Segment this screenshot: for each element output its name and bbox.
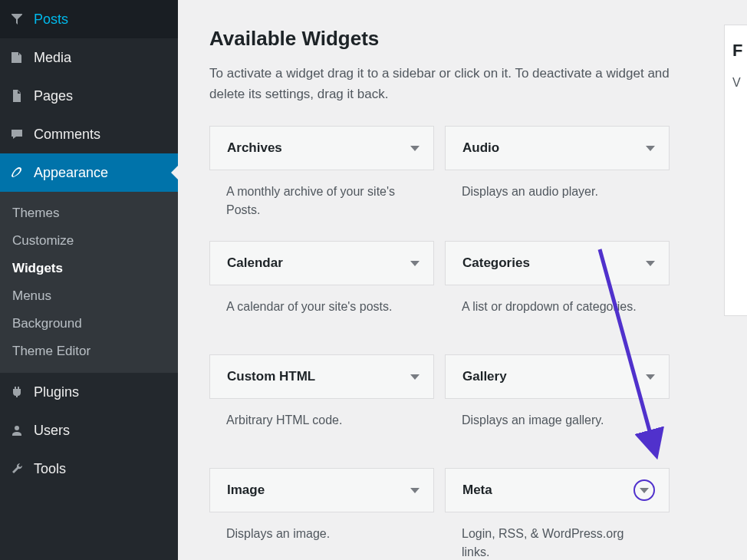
sidebar-item-label: Plugins bbox=[34, 384, 79, 400]
page-description: To activate a widget drag it to a sideba… bbox=[209, 63, 670, 104]
comments-icon bbox=[9, 127, 25, 142]
sidebar-item-users[interactable]: Users bbox=[0, 411, 178, 450]
sidebar-item-comments[interactable]: Comments bbox=[0, 115, 178, 153]
widget-custom-html[interactable]: Custom HTML bbox=[209, 354, 434, 399]
sidebar-item-media[interactable]: Media bbox=[0, 38, 178, 77]
widget-area-panel[interactable]: F V bbox=[724, 25, 747, 316]
chevron-down-icon bbox=[633, 479, 655, 501]
sidebar-item-tools[interactable]: Tools bbox=[0, 450, 178, 488]
chevron-down-icon bbox=[410, 146, 420, 151]
submenu-item-menus[interactable]: Menus bbox=[0, 282, 178, 310]
widget-description: Arbitrary HTML code. bbox=[209, 399, 434, 468]
submenu-item-themes[interactable]: Themes bbox=[0, 199, 178, 227]
page-title: Available Widgets bbox=[209, 27, 732, 51]
widget-calendar[interactable]: Calendar bbox=[209, 241, 434, 285]
sidebar-item-pages[interactable]: Pages bbox=[0, 77, 178, 115]
chevron-down-icon bbox=[646, 146, 655, 151]
widget-title: Audio bbox=[462, 140, 499, 156]
sidebar-item-posts[interactable]: Posts bbox=[0, 0, 178, 38]
sidebar-item-label: Appearance bbox=[34, 165, 108, 181]
widget-archives[interactable]: Archives bbox=[209, 126, 434, 170]
chevron-down-icon bbox=[410, 374, 420, 380]
chevron-down-icon bbox=[410, 261, 420, 266]
widget-title: Meta bbox=[462, 483, 492, 498]
sidebar-item-label: Posts bbox=[34, 12, 68, 28]
sidebar-item-label: Tools bbox=[34, 461, 66, 477]
users-icon bbox=[9, 423, 25, 438]
main-content: Available Widgets To activate a widget d… bbox=[178, 0, 747, 560]
widget-description: Login, RSS, & WordPress.org links. bbox=[445, 512, 670, 560]
widget-description: A list or dropdown of categories. bbox=[445, 285, 670, 354]
widget-gallery[interactable]: Gallery bbox=[445, 354, 670, 399]
submenu-item-widgets[interactable]: Widgets bbox=[0, 255, 178, 282]
widgets-grid: Archives A monthly archive of your site'… bbox=[209, 126, 732, 560]
submenu-item-customize[interactable]: Customize bbox=[0, 227, 178, 255]
widget-image[interactable]: Image bbox=[209, 468, 434, 512]
panel-title-fragment: F bbox=[732, 41, 740, 61]
tools-icon bbox=[9, 461, 25, 476]
sidebar-item-plugins[interactable]: Plugins bbox=[0, 373, 178, 411]
chevron-down-icon bbox=[646, 374, 655, 380]
sidebar-item-appearance[interactable]: Appearance bbox=[0, 153, 178, 192]
widget-description: Displays an image. bbox=[209, 512, 434, 560]
widget-description: A monthly archive of your site's Posts. bbox=[209, 170, 434, 241]
widget-title: Custom HTML bbox=[227, 369, 315, 384]
submenu-item-theme-editor[interactable]: Theme Editor bbox=[0, 338, 178, 365]
widget-description: Displays an audio player. bbox=[445, 170, 670, 239]
brush-icon bbox=[9, 165, 25, 180]
widget-categories[interactable]: Categories bbox=[445, 241, 670, 285]
widget-title: Image bbox=[227, 483, 265, 498]
chevron-down-icon bbox=[646, 261, 655, 266]
widget-description: Displays an image gallery. bbox=[445, 399, 670, 468]
sidebar-item-label: Comments bbox=[34, 127, 100, 143]
media-icon bbox=[9, 50, 25, 65]
appearance-submenu: Themes Customize Widgets Menus Backgroun… bbox=[0, 192, 178, 373]
submenu-item-background[interactable]: Background bbox=[0, 310, 178, 338]
widget-title: Categories bbox=[462, 255, 530, 271]
sidebar-item-label: Media bbox=[34, 50, 71, 66]
widget-meta[interactable]: Meta bbox=[445, 468, 670, 512]
widget-title: Calendar bbox=[227, 255, 283, 271]
sidebar-item-label: Pages bbox=[34, 88, 73, 104]
admin-sidebar: Posts Media Pages Comments Appearance Th… bbox=[0, 0, 178, 560]
widget-title: Archives bbox=[227, 140, 282, 156]
widget-audio[interactable]: Audio bbox=[445, 126, 670, 170]
widget-title: Gallery bbox=[462, 369, 507, 384]
plugin-icon bbox=[9, 384, 25, 400]
chevron-down-icon bbox=[410, 488, 420, 493]
widget-description: A calendar of your site's posts. bbox=[209, 285, 434, 354]
sidebar-item-label: Users bbox=[34, 423, 70, 439]
pages-icon bbox=[9, 88, 25, 104]
panel-desc-fragment: V bbox=[732, 76, 740, 90]
pin-icon bbox=[9, 12, 25, 27]
